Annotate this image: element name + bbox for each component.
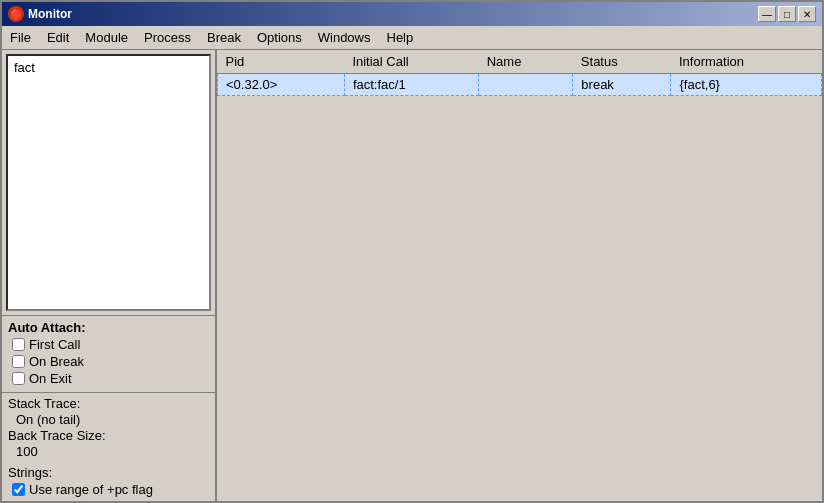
first-call-checkbox[interactable] [12, 338, 25, 351]
first-call-row: First Call [8, 337, 209, 352]
app-icon: 🔴 [8, 6, 24, 22]
title-bar-left: 🔴 Monitor [8, 6, 72, 22]
menu-file[interactable]: File [2, 28, 39, 47]
menu-edit[interactable]: Edit [39, 28, 77, 47]
on-exit-label: On Exit [29, 371, 72, 386]
on-exit-checkbox[interactable] [12, 372, 25, 385]
minimize-button[interactable]: — [758, 6, 776, 22]
first-call-label: First Call [29, 337, 80, 352]
auto-attach-section: Auto Attach: First Call On Break On Exit [2, 315, 215, 392]
menu-break[interactable]: Break [199, 28, 249, 47]
title-bar: 🔴 Monitor — □ ✕ [2, 2, 822, 26]
menubar: File Edit Module Process Break Options W… [2, 26, 822, 50]
back-trace-value: 100 [8, 444, 209, 459]
window-title: Monitor [28, 7, 72, 21]
on-break-row: On Break [8, 354, 209, 369]
main-window: 🔴 Monitor — □ ✕ File Edit Module Process… [0, 0, 824, 503]
strings-label: Strings: [8, 465, 209, 480]
cell-pid: <0.32.0> [218, 74, 345, 96]
module-list[interactable]: fact [6, 54, 211, 311]
stack-trace-value: On (no tail) [8, 412, 209, 427]
use-range-row: Use range of +pc flag [8, 482, 209, 497]
on-exit-row: On Exit [8, 371, 209, 386]
main-content: fact Auto Attach: First Call On Break On… [2, 50, 822, 501]
col-header-initial-call: Initial Call [344, 50, 478, 74]
close-button[interactable]: ✕ [798, 6, 816, 22]
menu-help[interactable]: Help [379, 28, 422, 47]
on-break-checkbox[interactable] [12, 355, 25, 368]
table-header-row: Pid Initial Call Name Status Information [218, 50, 822, 74]
use-range-checkbox[interactable] [12, 483, 25, 496]
menu-module[interactable]: Module [77, 28, 136, 47]
cell-initial_call: fact:fac/1 [344, 74, 478, 96]
auto-attach-label: Auto Attach: [8, 320, 209, 335]
col-header-status: Status [573, 50, 671, 74]
menu-windows[interactable]: Windows [310, 28, 379, 47]
stack-trace-section: Stack Trace: On (no tail) Back Trace Siz… [2, 392, 215, 462]
process-table: Pid Initial Call Name Status Information… [217, 50, 822, 96]
module-item-fact[interactable]: fact [10, 58, 207, 77]
table-container[interactable]: Pid Initial Call Name Status Information… [217, 50, 822, 501]
menu-process[interactable]: Process [136, 28, 199, 47]
use-range-label: Use range of +pc flag [29, 482, 153, 497]
cell-name [479, 74, 573, 96]
table-row[interactable]: <0.32.0>fact:fac/1break{fact,6} [218, 74, 822, 96]
on-break-label: On Break [29, 354, 84, 369]
col-header-name: Name [479, 50, 573, 74]
menu-options[interactable]: Options [249, 28, 310, 47]
cell-status: break [573, 74, 671, 96]
right-panel: Pid Initial Call Name Status Information… [217, 50, 822, 501]
title-bar-controls: — □ ✕ [758, 6, 816, 22]
col-header-pid: Pid [218, 50, 345, 74]
col-header-information: Information [671, 50, 822, 74]
cell-information: {fact,6} [671, 74, 822, 96]
left-panel: fact Auto Attach: First Call On Break On… [2, 50, 217, 501]
stack-trace-label: Stack Trace: [8, 396, 209, 411]
strings-section: Strings: Use range of +pc flag [2, 462, 215, 501]
back-trace-label: Back Trace Size: [8, 428, 209, 443]
maximize-button[interactable]: □ [778, 6, 796, 22]
